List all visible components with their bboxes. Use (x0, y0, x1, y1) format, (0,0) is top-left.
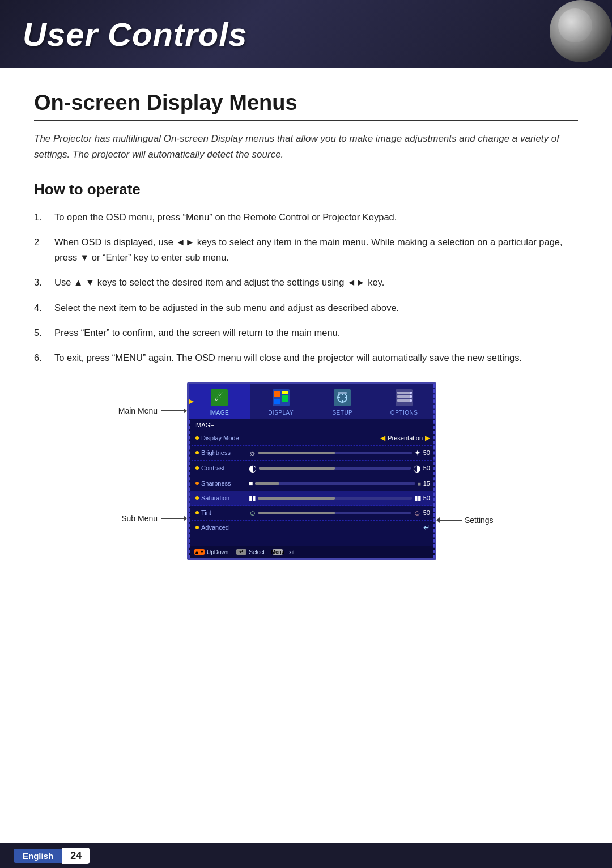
dot-brightness (196, 451, 199, 454)
label-updown: UpDown (207, 549, 228, 555)
step-item: 2When OSD is displayed, use ◄► keys to s… (34, 235, 578, 265)
svg-rect-6 (274, 399, 280, 404)
osd-menu-bar: ► ☄ IMAGE (189, 384, 435, 419)
section-title: On-screen Display Menus (34, 91, 578, 121)
svg-rect-3 (274, 391, 280, 397)
main-content: On-screen Display Menus The Projector ha… (0, 68, 612, 611)
step-text: When OSD is displayed, use ◄► keys to se… (54, 235, 578, 265)
osd-label-display: DISPLAY (268, 410, 294, 416)
bottom-exit: Menu Exit (273, 549, 295, 555)
osd-diagram: Main Menu Sub Menu ► (34, 382, 578, 560)
step-text: Select the next item to be adjusted in t… (54, 300, 578, 315)
step-text: Use ▲ ▼ keys to select the desired item … (54, 275, 578, 290)
lens-decoration (550, 0, 612, 62)
step-number: 2 (34, 235, 54, 249)
osd-row-display-mode: Display Mode ◀ Presentation ▶ (189, 431, 435, 446)
osd-submenu-header: IMAGE (189, 419, 435, 431)
osd-submenu-area: Display Mode ◀ Presentation ▶ Brightness… (189, 431, 435, 546)
step-item: 6.To exit, press “MENU” again. The OSD m… (34, 350, 578, 365)
step-item: 3.Use ▲ ▼ keys to select the desired ite… (34, 275, 578, 290)
osd-row-spacer (189, 535, 435, 546)
dot-saturation (196, 496, 199, 500)
step-number: 4. (34, 300, 54, 315)
step-item: 4.Select the next item to be adjusted in… (34, 300, 578, 315)
diagram-container: Main Menu Sub Menu ► (119, 382, 493, 560)
svg-rect-4 (282, 391, 288, 394)
osd-row-sharpness: Sharpness ■ ■ 15 (189, 476, 435, 491)
osd-row-saturation: Saturation ▮▮ ▮▮ 50 (189, 491, 435, 506)
setup-icon (332, 388, 352, 408)
page-footer: English 24 (0, 843, 612, 868)
bottom-select: ↵ Select (236, 549, 265, 555)
svg-rect-17 (397, 399, 411, 402)
label-settings: Settings (465, 516, 494, 525)
svg-rect-20 (410, 399, 412, 402)
step-number: 6. (34, 350, 54, 365)
osd-label-image: IMAGE (210, 410, 230, 416)
value-sharpness: 15 (423, 480, 430, 487)
label-advanced: Advanced (201, 524, 246, 531)
dot-sharpness (196, 482, 199, 485)
select-icon: ↵ (236, 549, 246, 555)
step-text: To open the OSD menu, press “Menu” on th… (54, 210, 578, 224)
footer-page-number: 24 (62, 848, 90, 864)
svg-text:☄: ☄ (215, 392, 224, 403)
options-icon (394, 388, 414, 408)
label-main-menu: Main Menu (118, 406, 158, 415)
page-header: User Controls (0, 0, 612, 68)
page-title: User Controls (23, 15, 248, 53)
menu-icon: Menu (273, 549, 283, 555)
svg-rect-15 (397, 392, 411, 394)
label-contrast: Contrast (201, 465, 246, 471)
intro-text: The Projector has multilingual On-screen… (34, 131, 578, 163)
subsection-title: How to operate (34, 181, 578, 198)
osd-row-brightness: Brightness ☼ ✦ 50 (189, 446, 435, 461)
dot-display-mode (196, 436, 199, 440)
osd-menu-setup[interactable]: SETUP (312, 384, 374, 419)
svg-rect-16 (397, 395, 411, 398)
step-number: 5. (34, 325, 54, 340)
display-icon (271, 388, 291, 408)
value-contrast: 50 (423, 465, 430, 471)
label-exit: Exit (285, 549, 295, 555)
label-select: Select (249, 549, 265, 555)
label-sharpness: Sharpness (201, 480, 246, 487)
svg-rect-18 (410, 392, 412, 394)
osd-row-contrast: Contrast ◐ ◑ 50 (189, 461, 435, 476)
osd-label-setup: SETUP (332, 410, 352, 416)
value-tint: 50 (423, 509, 430, 516)
svg-rect-5 (282, 395, 288, 402)
footer-language: English (14, 849, 62, 863)
step-number: 3. (34, 275, 54, 290)
step-item: 5.Press “Enter” to confirm, and the scre… (34, 325, 578, 340)
steps-list: 1.To open the OSD menu, press “Menu” on … (34, 210, 578, 365)
osd-row-advanced: Advanced ↵ (189, 521, 435, 535)
label-sub-menu: Sub Menu (121, 514, 158, 523)
updown-icon: ▲▼ (194, 549, 205, 555)
osd-bottom-bar: ▲▼ UpDown ↵ Select Menu Exit (189, 546, 435, 558)
osd-row-tint: Tint ☺ ☺ 50 (189, 506, 435, 521)
bottom-updown: ▲▼ UpDown (194, 549, 228, 555)
dot-contrast (196, 466, 199, 470)
label-brightness: Brightness (201, 449, 246, 456)
svg-rect-19 (410, 395, 412, 398)
osd-menu-options[interactable]: OPTIONS (373, 384, 435, 419)
osd-menu-image[interactable]: ► ☄ IMAGE (189, 384, 250, 419)
image-icon: ☄ (209, 388, 230, 408)
step-item: 1.To open the OSD menu, press “Menu” on … (34, 210, 578, 224)
value-saturation: 50 (423, 495, 430, 501)
step-text: To exit, press “MENU” again. The OSD men… (54, 350, 578, 365)
step-number: 1. (34, 210, 54, 224)
dot-tint (196, 511, 199, 514)
value-brightness: 50 (423, 449, 430, 456)
label-display-mode: Display Mode (201, 435, 246, 441)
svg-rect-7 (334, 389, 351, 406)
step-text: Press “Enter” to confirm, and the screen… (54, 325, 578, 340)
osd-label-options: OPTIONS (390, 410, 418, 416)
dot-advanced (196, 526, 199, 529)
label-tint: Tint (201, 509, 246, 516)
label-saturation: Saturation (201, 495, 246, 501)
svg-rect-13 (338, 392, 347, 394)
osd-menu-display[interactable]: DISPLAY (250, 384, 312, 419)
osd-screen: ► ☄ IMAGE (187, 382, 436, 560)
